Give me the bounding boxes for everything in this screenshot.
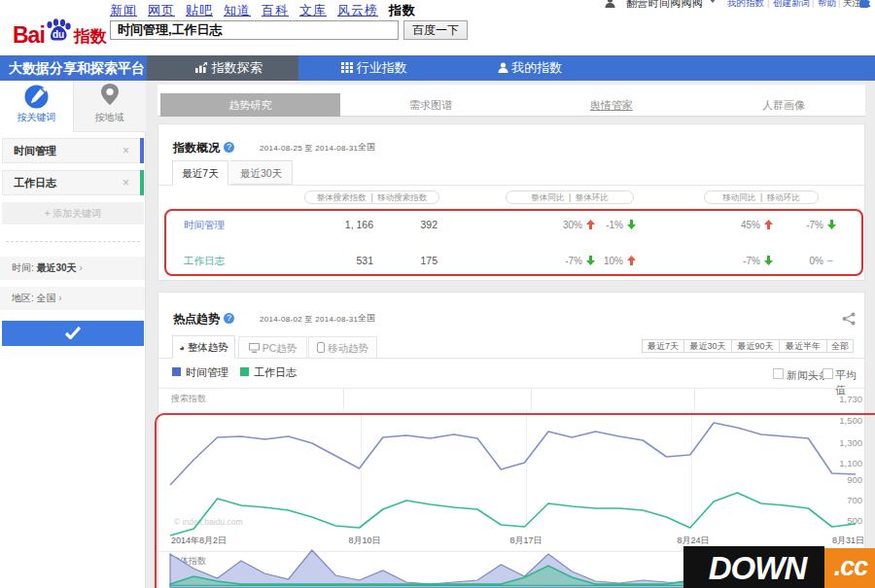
svg-text:du: du — [52, 29, 64, 40]
